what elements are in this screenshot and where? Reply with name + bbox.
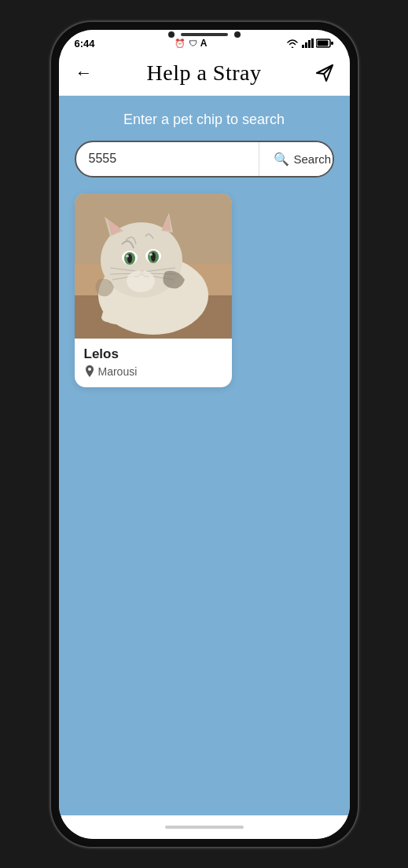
svg-rect-0	[302, 45, 304, 48]
search-button-label: Search	[294, 152, 332, 166]
home-indicator	[165, 826, 244, 829]
svg-point-33	[101, 313, 114, 322]
search-bar-container: 🔍 Search	[75, 141, 334, 178]
status-right-icons	[286, 38, 333, 48]
wifi-icon	[286, 38, 299, 48]
speaker-bar	[181, 33, 228, 36]
app-header: ← Help a Stray	[59, 54, 350, 96]
pet-card[interactable]: Lelos Marousi	[75, 193, 232, 387]
screen: 6:44 ⏰ 🛡 A	[59, 30, 350, 839]
send-location-button[interactable]	[312, 60, 337, 86]
svg-rect-6	[331, 42, 333, 45]
svg-rect-1	[305, 42, 307, 48]
back-arrow-icon: ←	[75, 64, 93, 82]
app-title: Help a Stray	[147, 60, 262, 86]
svg-point-31	[127, 270, 155, 292]
pet-image-container	[75, 193, 232, 339]
svg-rect-2	[308, 40, 311, 48]
svg-point-34	[88, 368, 91, 371]
pet-name: Lelos	[84, 346, 222, 362]
search-icon: 🔍	[274, 152, 289, 167]
nav-bar	[59, 815, 350, 839]
pet-location: Marousi	[84, 365, 222, 378]
location-pin-icon	[84, 365, 95, 378]
camera-dot	[168, 31, 175, 38]
status-time: 6:44	[75, 38, 95, 49]
cat-image	[75, 193, 232, 339]
main-content: Enter a pet chip to search 🔍 Search	[59, 96, 350, 815]
chip-search-input[interactable]	[76, 142, 259, 176]
search-button[interactable]: 🔍 Search	[259, 142, 334, 176]
svg-rect-5	[318, 41, 329, 46]
svg-rect-3	[311, 38, 314, 48]
svg-point-19	[126, 255, 129, 257]
a-icon: A	[200, 38, 208, 49]
shield-icon: 🛡	[189, 38, 197, 48]
pet-info: Lelos Marousi	[75, 339, 232, 387]
alarm-icon: ⏰	[175, 38, 186, 49]
send-icon	[315, 64, 334, 82]
status-icons: ⏰ 🛡 A	[175, 38, 208, 49]
signal-icon	[301, 38, 314, 48]
pet-location-text: Marousi	[98, 365, 138, 378]
page-subtitle: Enter a pet chip to search	[75, 112, 334, 128]
camera-dot-2	[234, 31, 241, 38]
battery-icon	[316, 38, 333, 48]
phone-frame: 6:44 ⏰ 🛡 A	[51, 22, 358, 847]
back-button[interactable]: ←	[72, 60, 97, 86]
svg-point-23	[149, 253, 153, 255]
camera-notch	[168, 31, 241, 38]
